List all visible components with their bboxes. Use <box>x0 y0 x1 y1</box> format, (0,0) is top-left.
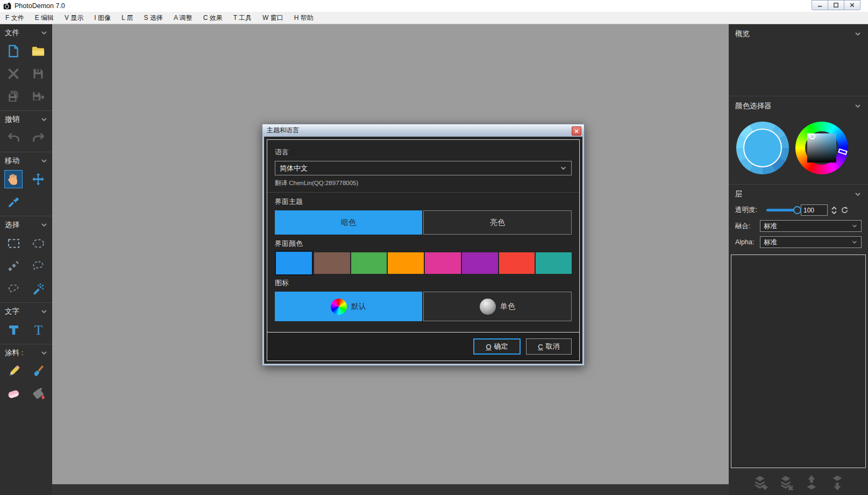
menu-view[interactable]: V 显示 <box>59 12 89 24</box>
menu-image[interactable]: I 图像 <box>89 12 116 24</box>
window-controls <box>812 0 860 10</box>
collapse-chevron-icon[interactable] <box>40 221 48 229</box>
save-copy-button[interactable] <box>4 87 23 105</box>
move-layer-down-button[interactable] <box>828 474 846 492</box>
icons-default-option[interactable]: 默认 <box>275 292 422 321</box>
redo-button[interactable] <box>29 129 47 147</box>
add-layer-button[interactable] <box>751 474 769 492</box>
eraser-tool-button[interactable] <box>4 385 23 403</box>
undo-icon <box>6 131 21 145</box>
collapse-chevron-icon[interactable] <box>40 157 48 165</box>
layers-panel-header[interactable]: 层 <box>729 184 868 202</box>
app-camera-icon <box>3 2 11 10</box>
collapse-chevron-icon[interactable] <box>854 102 862 110</box>
color-variants-wheel[interactable] <box>736 122 789 174</box>
blend-mode-select[interactable]: 标准 <box>760 220 862 232</box>
cancel-button[interactable]: C 取消 <box>526 338 572 355</box>
open-image-button[interactable] <box>29 42 47 60</box>
accent-swatch-purple[interactable] <box>462 252 498 274</box>
sv-selector-dot[interactable] <box>809 133 815 139</box>
overview-panel-header[interactable]: 概览 <box>729 24 868 42</box>
dialog-title: 主题和语言 <box>267 126 299 135</box>
color-picker-tool-button[interactable] <box>4 193 23 211</box>
accent-swatch-brown[interactable] <box>314 252 350 274</box>
lasso-select-icon <box>31 259 45 273</box>
redo-icon <box>31 131 46 145</box>
lasso-select-tool-button[interactable] <box>29 257 47 275</box>
collapse-chevron-icon[interactable] <box>40 308 48 315</box>
layers-list[interactable] <box>731 254 866 468</box>
opacity-slider-thumb[interactable] <box>793 206 801 214</box>
collapse-chevron-icon[interactable] <box>854 30 862 38</box>
fill-tool-button[interactable] <box>29 385 47 403</box>
move-layer-up-button[interactable] <box>802 474 821 492</box>
dialog-command-bar: O 确定 C 取消 <box>267 332 579 360</box>
menu-select[interactable]: S 选择 <box>139 12 168 24</box>
ok-button[interactable]: O 确定 <box>473 338 521 355</box>
hue-wheel[interactable] <box>795 122 848 174</box>
accent-color-row <box>275 252 572 274</box>
line-select-tool-button[interactable] <box>4 257 23 275</box>
pencil-tool-button[interactable] <box>4 362 23 380</box>
menu-help[interactable]: H 帮助 <box>289 12 319 24</box>
move-arrows-icon <box>31 172 45 186</box>
close-image-button[interactable] <box>4 65 23 83</box>
opacity-reset-icon[interactable] <box>841 206 849 214</box>
new-image-button[interactable] <box>4 42 23 60</box>
magic-wand-tool-button[interactable] <box>29 279 47 298</box>
collapse-chevron-icon[interactable] <box>40 29 48 37</box>
toolbox-section-select: 选择 <box>0 216 52 302</box>
theme-label: 界面主题 <box>275 197 572 207</box>
menu-adjust[interactable]: A 调整 <box>168 12 198 24</box>
icons-mono-option[interactable]: 单色 <box>423 292 572 321</box>
accent-swatch-pink[interactable] <box>425 252 461 274</box>
language-select[interactable]: 简体中文 <box>275 161 572 175</box>
accent-swatch-blue[interactable] <box>275 251 313 275</box>
hue-selector-mark[interactable] <box>838 148 848 155</box>
polygon-select-tool-button[interactable] <box>4 279 23 298</box>
hand-tool-button[interactable] <box>4 170 23 188</box>
menu-tools[interactable]: T 工具 <box>228 12 257 24</box>
accent-swatch-orange[interactable] <box>388 252 424 274</box>
accent-swatch-green[interactable] <box>351 252 387 274</box>
alpha-mode-select[interactable]: 标准 <box>760 236 862 248</box>
undo-button[interactable] <box>4 129 23 147</box>
paint-bucket-icon <box>31 386 46 401</box>
opacity-value-input[interactable] <box>801 204 828 216</box>
chevron-down-icon <box>560 165 567 172</box>
collapse-chevron-icon[interactable] <box>40 349 48 357</box>
dialog-close-button[interactable] <box>572 126 581 136</box>
save-button[interactable] <box>29 65 47 83</box>
move-tool-button[interactable] <box>29 170 47 188</box>
theme-dark-option[interactable]: 暗色 <box>275 210 422 235</box>
ellipse-select-tool-button[interactable] <box>29 234 47 252</box>
minimize-button[interactable] <box>812 0 828 10</box>
advanced-text-tool-button[interactable]: T <box>29 321 47 339</box>
dialog-body: 语言 简体中文 翻译 ChenLin(QQ:289778005) 界面主题 暗色… <box>264 137 582 364</box>
menu-edit[interactable]: E 编辑 <box>30 12 59 24</box>
right-panel: 概览 颜色选择器 层 透明度: 融合: 标准 Alpha: <box>729 24 868 495</box>
save-as-button[interactable] <box>29 87 47 105</box>
close-x-icon <box>574 129 579 133</box>
accent-swatch-teal[interactable] <box>536 252 572 274</box>
menu-effects[interactable]: C 效果 <box>198 12 228 24</box>
accent-swatch-red[interactable] <box>499 252 535 274</box>
close-button[interactable] <box>844 0 860 10</box>
rect-select-tool-button[interactable] <box>4 234 23 252</box>
menu-window[interactable]: W 窗口 <box>257 12 289 24</box>
text-tool-button[interactable] <box>4 321 23 339</box>
collapse-chevron-icon[interactable] <box>40 116 48 123</box>
current-color-swatch[interactable] <box>743 129 782 167</box>
theme-light-option[interactable]: 亮色 <box>423 210 572 235</box>
maximize-button[interactable] <box>828 0 844 10</box>
paintbrush-icon <box>31 364 46 379</box>
delete-layer-button[interactable] <box>777 474 795 492</box>
opacity-spinner[interactable] <box>831 206 837 215</box>
opacity-label: 透明度: <box>735 206 763 215</box>
paintbrush-tool-button[interactable] <box>29 362 47 380</box>
menu-layer[interactable]: L 层 <box>116 12 139 24</box>
collapse-chevron-icon[interactable] <box>854 190 862 198</box>
menu-file[interactable]: F 文件 <box>0 12 30 24</box>
color-picker-panel-header[interactable]: 颜色选择器 <box>729 96 868 114</box>
opacity-slider[interactable] <box>766 209 798 211</box>
